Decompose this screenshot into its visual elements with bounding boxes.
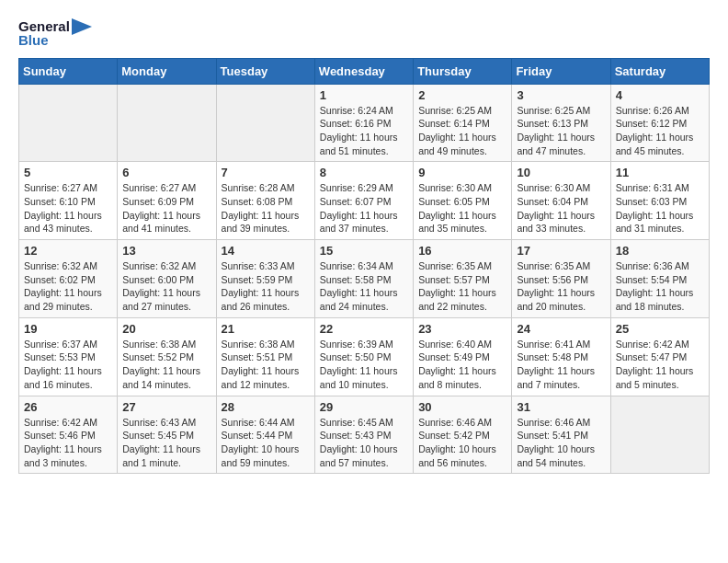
day-number: 25 xyxy=(616,322,704,336)
day-number: 29 xyxy=(320,400,408,414)
calendar-cell xyxy=(216,84,314,162)
day-number: 11 xyxy=(616,166,704,179)
cell-info: Sunrise: 6:24 AMSunset: 6:16 PMDaylight:… xyxy=(320,104,408,158)
calendar-cell: 11Sunrise: 6:31 AMSunset: 6:03 PMDayligh… xyxy=(610,162,709,240)
day-number: 26 xyxy=(24,400,112,414)
cell-info: Sunrise: 6:32 AMSunset: 6:02 PMDaylight:… xyxy=(24,259,112,314)
day-number: 6 xyxy=(122,166,210,179)
calendar-week-row: 1Sunrise: 6:24 AMSunset: 6:16 PMDaylight… xyxy=(19,84,710,162)
cell-info: Sunrise: 6:25 AMSunset: 6:14 PMDaylight:… xyxy=(418,104,506,158)
cell-info: Sunrise: 6:44 AMSunset: 5:44 PMDaylight:… xyxy=(222,416,310,470)
cell-info: Sunrise: 6:40 AMSunset: 5:49 PMDaylight:… xyxy=(418,338,506,392)
calendar-cell: 14Sunrise: 6:33 AMSunset: 5:59 PMDayligh… xyxy=(216,240,314,318)
cell-info: Sunrise: 6:35 AMSunset: 5:56 PMDaylight:… xyxy=(517,259,605,314)
calendar-cell: 15Sunrise: 6:34 AMSunset: 5:58 PMDayligh… xyxy=(314,240,413,318)
calendar-table: SundayMondayTuesdayWednesdayThursdayFrid… xyxy=(18,58,710,475)
svg-marker-0 xyxy=(72,18,92,35)
cell-info: Sunrise: 6:42 AMSunset: 5:47 PMDaylight:… xyxy=(616,338,704,392)
day-number: 23 xyxy=(418,322,506,336)
day-number: 5 xyxy=(24,166,112,179)
cell-info: Sunrise: 6:37 AMSunset: 5:53 PMDaylight:… xyxy=(24,338,112,392)
calendar-cell: 24Sunrise: 6:41 AMSunset: 5:48 PMDayligh… xyxy=(512,317,610,396)
calendar-cell: 28Sunrise: 6:44 AMSunset: 5:44 PMDayligh… xyxy=(216,396,314,474)
day-header-thursday: Thursday xyxy=(414,58,512,84)
calendar-cell: 5Sunrise: 6:27 AMSunset: 6:10 PMDaylight… xyxy=(19,162,118,240)
cell-info: Sunrise: 6:32 AMSunset: 6:00 PMDaylight:… xyxy=(122,259,210,314)
calendar-cell: 20Sunrise: 6:38 AMSunset: 5:52 PMDayligh… xyxy=(118,317,216,396)
calendar-cell: 29Sunrise: 6:45 AMSunset: 5:43 PMDayligh… xyxy=(314,396,413,474)
day-number: 17 xyxy=(517,244,605,258)
calendar-cell: 26Sunrise: 6:42 AMSunset: 5:46 PMDayligh… xyxy=(19,396,118,474)
day-number: 18 xyxy=(616,244,704,258)
day-number: 7 xyxy=(222,166,310,179)
cell-info: Sunrise: 6:36 AMSunset: 5:54 PMDaylight:… xyxy=(616,259,704,314)
day-number: 1 xyxy=(320,88,408,102)
cell-info: Sunrise: 6:46 AMSunset: 5:42 PMDaylight:… xyxy=(418,416,506,470)
calendar-cell: 9Sunrise: 6:30 AMSunset: 6:05 PMDaylight… xyxy=(414,162,512,240)
calendar-cell: 3Sunrise: 6:25 AMSunset: 6:13 PMDaylight… xyxy=(512,84,610,162)
day-number: 22 xyxy=(320,322,408,336)
day-number: 14 xyxy=(222,244,310,258)
day-header-saturday: Saturday xyxy=(610,58,709,84)
cell-info: Sunrise: 6:28 AMSunset: 6:08 PMDaylight:… xyxy=(222,181,310,236)
day-number: 3 xyxy=(517,88,605,102)
cell-info: Sunrise: 6:31 AMSunset: 6:03 PMDaylight:… xyxy=(616,181,704,236)
calendar-cell: 27Sunrise: 6:43 AMSunset: 5:45 PMDayligh… xyxy=(118,396,216,474)
calendar-cell: 4Sunrise: 6:26 AMSunset: 6:12 PMDaylight… xyxy=(610,84,709,162)
day-header-tuesday: Tuesday xyxy=(216,58,314,84)
day-header-wednesday: Wednesday xyxy=(314,58,413,84)
day-number: 8 xyxy=(320,166,408,179)
day-number: 9 xyxy=(418,166,506,179)
day-number: 28 xyxy=(222,400,310,414)
cell-info: Sunrise: 6:30 AMSunset: 6:05 PMDaylight:… xyxy=(418,181,506,236)
day-number: 20 xyxy=(122,322,210,336)
calendar-cell: 13Sunrise: 6:32 AMSunset: 6:00 PMDayligh… xyxy=(118,240,216,318)
day-number: 12 xyxy=(24,244,112,258)
calendar-cell: 6Sunrise: 6:27 AMSunset: 6:09 PMDaylight… xyxy=(118,162,216,240)
cell-info: Sunrise: 6:27 AMSunset: 6:10 PMDaylight:… xyxy=(24,181,112,236)
cell-info: Sunrise: 6:27 AMSunset: 6:09 PMDaylight:… xyxy=(122,181,210,236)
day-header-friday: Friday xyxy=(512,58,610,84)
day-number: 2 xyxy=(418,88,506,102)
cell-info: Sunrise: 6:26 AMSunset: 6:12 PMDaylight:… xyxy=(616,104,704,158)
calendar-cell: 21Sunrise: 6:38 AMSunset: 5:51 PMDayligh… xyxy=(216,317,314,396)
calendar-cell: 8Sunrise: 6:29 AMSunset: 6:07 PMDaylight… xyxy=(314,162,413,240)
cell-info: Sunrise: 6:34 AMSunset: 5:58 PMDaylight:… xyxy=(320,259,408,314)
day-number: 15 xyxy=(320,244,408,258)
logo-text-blue: Blue xyxy=(18,33,92,49)
calendar-header-row: SundayMondayTuesdayWednesdayThursdayFrid… xyxy=(19,58,710,84)
calendar-week-row: 5Sunrise: 6:27 AMSunset: 6:10 PMDaylight… xyxy=(19,162,710,240)
calendar-cell: 7Sunrise: 6:28 AMSunset: 6:08 PMDaylight… xyxy=(216,162,314,240)
day-number: 16 xyxy=(418,244,506,258)
cell-info: Sunrise: 6:46 AMSunset: 5:41 PMDaylight:… xyxy=(517,416,605,470)
cell-info: Sunrise: 6:30 AMSunset: 6:04 PMDaylight:… xyxy=(517,181,605,236)
calendar-cell: 10Sunrise: 6:30 AMSunset: 6:04 PMDayligh… xyxy=(512,162,610,240)
calendar-week-row: 19Sunrise: 6:37 AMSunset: 5:53 PMDayligh… xyxy=(19,317,710,396)
cell-info: Sunrise: 6:43 AMSunset: 5:45 PMDaylight:… xyxy=(122,416,210,470)
cell-info: Sunrise: 6:39 AMSunset: 5:50 PMDaylight:… xyxy=(320,338,408,392)
calendar-cell: 12Sunrise: 6:32 AMSunset: 6:02 PMDayligh… xyxy=(19,240,118,318)
cell-info: Sunrise: 6:41 AMSunset: 5:48 PMDaylight:… xyxy=(517,338,605,392)
cell-info: Sunrise: 6:33 AMSunset: 5:59 PMDaylight:… xyxy=(222,259,310,314)
calendar-cell: 30Sunrise: 6:46 AMSunset: 5:42 PMDayligh… xyxy=(414,396,512,474)
cell-info: Sunrise: 6:29 AMSunset: 6:07 PMDaylight:… xyxy=(320,181,408,236)
day-number: 13 xyxy=(122,244,210,258)
cell-info: Sunrise: 6:38 AMSunset: 5:51 PMDaylight:… xyxy=(222,338,310,392)
calendar-cell: 19Sunrise: 6:37 AMSunset: 5:53 PMDayligh… xyxy=(19,317,118,396)
day-header-sunday: Sunday xyxy=(19,58,118,84)
cell-info: Sunrise: 6:45 AMSunset: 5:43 PMDaylight:… xyxy=(320,416,408,470)
day-number: 24 xyxy=(517,322,605,336)
day-number: 4 xyxy=(616,88,704,102)
calendar-week-row: 26Sunrise: 6:42 AMSunset: 5:46 PMDayligh… xyxy=(19,396,710,474)
calendar-week-row: 12Sunrise: 6:32 AMSunset: 6:02 PMDayligh… xyxy=(19,240,710,318)
day-number: 19 xyxy=(24,322,112,336)
calendar-cell: 17Sunrise: 6:35 AMSunset: 5:56 PMDayligh… xyxy=(512,240,610,318)
cell-info: Sunrise: 6:25 AMSunset: 6:13 PMDaylight:… xyxy=(517,104,605,158)
cell-info: Sunrise: 6:35 AMSunset: 5:57 PMDaylight:… xyxy=(418,259,506,314)
day-number: 21 xyxy=(222,322,310,336)
calendar-cell xyxy=(19,84,118,162)
calendar-cell: 31Sunrise: 6:46 AMSunset: 5:41 PMDayligh… xyxy=(512,396,610,474)
day-number: 27 xyxy=(122,400,210,414)
day-header-monday: Monday xyxy=(118,58,216,84)
day-number: 30 xyxy=(418,400,506,414)
